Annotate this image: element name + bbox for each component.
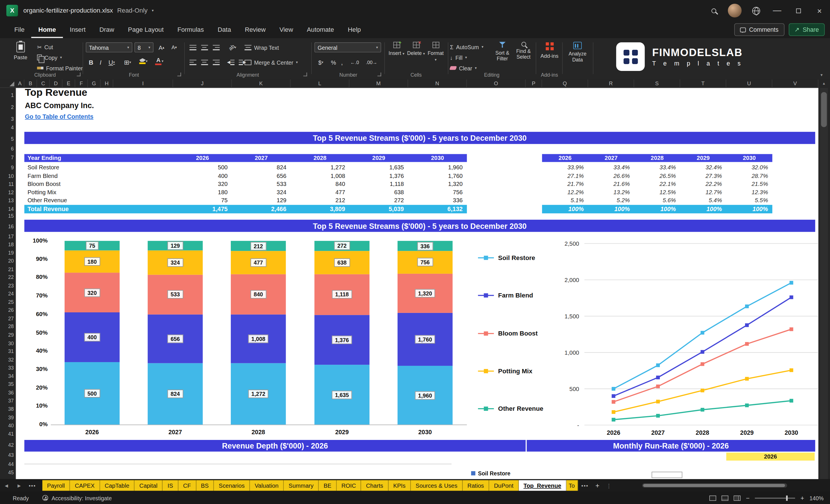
globe-button[interactable] [745, 0, 767, 21]
value-cell[interactable]: 272 [350, 196, 408, 205]
row-header-16[interactable]: 16 [0, 223, 14, 230]
maximize-button[interactable] [788, 0, 809, 21]
account-button[interactable] [724, 0, 745, 21]
page-break-view-icon[interactable] [734, 495, 740, 501]
value-cell[interactable]: 1,320 [408, 180, 467, 189]
zoom-level[interactable]: 140% [809, 495, 824, 501]
align-left-button[interactable] [187, 57, 198, 67]
total-value-cell[interactable]: 1,475 [173, 205, 232, 213]
sheet-tab-roic[interactable]: ROIC [337, 480, 361, 491]
row-header-26[interactable]: 26 [0, 307, 14, 314]
column-header-I[interactable]: I [113, 80, 173, 88]
alignment-dialog-launcher[interactable] [304, 73, 307, 76]
row-header-25[interactable]: 25 [0, 298, 14, 306]
pct-cell[interactable]: 5.4% [680, 196, 726, 205]
value-cell[interactable]: 638 [350, 189, 408, 197]
sheet-tab-charts[interactable]: Charts [361, 480, 388, 491]
pct-total-cell[interactable]: 100% [634, 205, 680, 213]
row-header-10[interactable]: 10 [0, 172, 14, 180]
delete-cells-button[interactable]: × Delete ▾ [407, 42, 425, 56]
column-header-H[interactable]: H [101, 80, 113, 88]
column-header-Q[interactable]: Q [542, 80, 588, 88]
row-header-17[interactable]: 17 [0, 233, 14, 240]
decrease-font-size-button[interactable]: A▾ [168, 42, 180, 52]
scroll-up-icon[interactable]: ▴ [820, 80, 828, 87]
page-layout-view-icon[interactable] [722, 495, 729, 501]
year-header[interactable]: 2026 [542, 154, 588, 162]
format-painter-button[interactable]: Format Painter [37, 63, 83, 72]
clear-button[interactable]: Clear▾ [450, 63, 477, 72]
comments-button[interactable]: Comments [734, 23, 784, 36]
pct-cell[interactable]: 5.6% [634, 196, 680, 205]
pct-cell[interactable]: 22.2% [680, 180, 726, 189]
sheet-tab-top-revenue[interactable]: Top_Revenue [519, 480, 567, 491]
font-name-select[interactable]: Tahoma▾ [86, 42, 132, 52]
font-dialog-launcher[interactable] [177, 73, 181, 76]
sheet-tab-dupont[interactable]: DuPont [489, 480, 518, 491]
merge-center-button[interactable]: Merge & Center▾ [245, 58, 298, 67]
pct-cell[interactable]: 32.0% [726, 164, 772, 172]
value-cell[interactable]: 1,118 [350, 180, 408, 189]
align-bottom-button[interactable] [211, 42, 221, 52]
row-header-37[interactable]: 37 [0, 397, 14, 405]
minimize-button[interactable]: — [767, 0, 788, 21]
accounting-format-button[interactable]: $▾ [314, 57, 327, 67]
clipboard-dialog-launcher[interactable] [77, 73, 81, 76]
column-header-S[interactable]: S [634, 80, 680, 88]
menu-tab-view[interactable]: View [273, 21, 300, 38]
column-header-R[interactable]: R [588, 80, 634, 88]
ribbon-collapse-icon[interactable]: ▾ [821, 73, 823, 77]
pct-cell[interactable]: 26.5% [634, 172, 680, 180]
pct-cell[interactable]: 13.2% [588, 189, 634, 197]
sheet-tab-bs[interactable]: BS [196, 480, 214, 491]
column-header-L[interactable]: L [291, 80, 349, 88]
horizontal-scrollbar[interactable] [642, 483, 787, 488]
number-dialog-launcher[interactable] [378, 73, 381, 76]
value-cell[interactable]: 533 [232, 180, 291, 189]
menu-tab-file[interactable]: File [7, 21, 31, 38]
search-button[interactable] [703, 0, 724, 21]
sheet-title[interactable]: Top Revenue [25, 87, 87, 99]
row-header-28[interactable]: 28 [0, 323, 14, 330]
sheet-tab-cf[interactable]: CF [179, 480, 196, 491]
row-header-31[interactable]: 31 [0, 348, 14, 355]
row-header-36[interactable]: 36 [0, 389, 14, 397]
row-header-34[interactable]: 34 [0, 373, 14, 380]
year-header[interactable]: 2027 [588, 154, 634, 162]
tab-splitter-icon[interactable]: ⋮ [603, 482, 615, 488]
pct-total-cell[interactable]: 100% [588, 205, 634, 213]
row-header-27[interactable]: 27 [0, 315, 14, 322]
pct-cell[interactable]: 22.1% [634, 180, 680, 189]
tab-scroll-right-icon[interactable]: ▶ [13, 483, 26, 488]
company-name[interactable]: ABC Company Inc. [25, 101, 94, 110]
value-cell[interactable]: 477 [291, 189, 349, 197]
value-cell[interactable]: 320 [173, 180, 232, 189]
comma-style-button[interactable]: , [339, 57, 345, 67]
value-cell[interactable]: 400 [173, 172, 232, 180]
sheet-tab-capex[interactable]: CAPEX [70, 480, 100, 491]
column-header-G[interactable]: G [88, 80, 100, 88]
row-header-2[interactable]: 2 [0, 104, 14, 111]
sheet-tab-summary[interactable]: Summary [284, 480, 319, 491]
column-header-P[interactable]: P [526, 80, 542, 88]
toc-link[interactable]: Go to Table of Contents [25, 113, 94, 120]
menu-tab-review[interactable]: Review [238, 21, 273, 38]
vertical-scrollbar-thumb[interactable] [821, 92, 827, 127]
pct-cell[interactable]: 12.5% [634, 189, 680, 197]
row-header-29[interactable]: 29 [0, 332, 14, 339]
menu-tab-draw[interactable]: Draw [92, 21, 121, 38]
pct-cell[interactable]: 27.3% [680, 172, 726, 180]
sheet-tab-valuation[interactable]: Valuation [250, 480, 284, 491]
row-header-11[interactable]: 11 [0, 181, 14, 188]
row-header-20[interactable]: 20 [0, 257, 14, 264]
sheet-tab-kpis[interactable]: KPIs [388, 480, 411, 491]
zoom-slider[interactable] [755, 497, 795, 499]
row-header-33[interactable]: 33 [0, 364, 14, 372]
row-label[interactable]: Soil Restore [24, 164, 173, 172]
align-center-button[interactable] [199, 57, 210, 67]
sheet-tab-ratios[interactable]: Ratios [463, 480, 489, 491]
fill-button[interactable]: ↓Fill▾ [450, 53, 467, 62]
row-header-14[interactable]: 14 [0, 206, 14, 213]
row-header-39[interactable]: 39 [0, 414, 14, 421]
decrease-indent-button[interactable]: ◀ [225, 57, 236, 67]
